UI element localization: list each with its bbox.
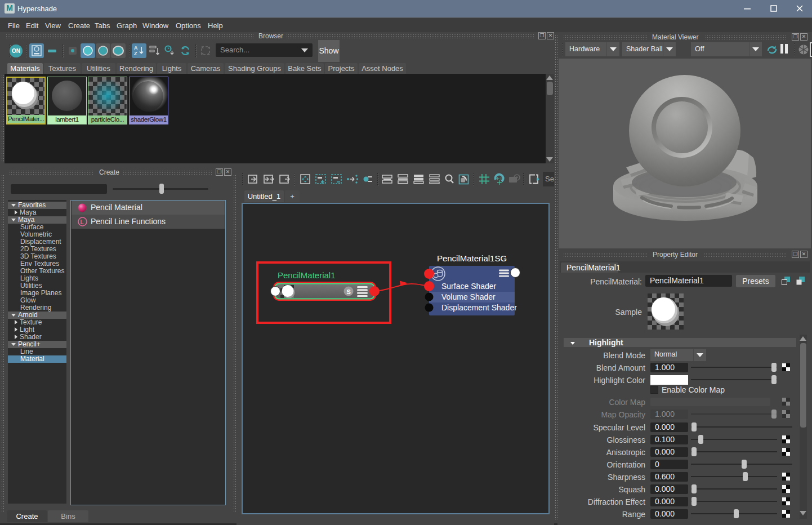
svg-text:PencilMaterial1SG: PencilMaterial1SG [437,253,507,263]
svg-text:A: A [134,45,138,51]
svg-text:Volume Shader: Volume Shader [441,292,496,301]
svg-text:PencilMaterial1: PencilMaterial1 [278,270,336,280]
svg-text:Surface Shader: Surface Shader [441,282,497,291]
svg-text:S: S [347,288,351,295]
svg-text:Z: Z [134,51,137,56]
svg-text:L: L [81,219,84,225]
svg-text:Displacement Shader: Displacement Shader [441,303,517,312]
